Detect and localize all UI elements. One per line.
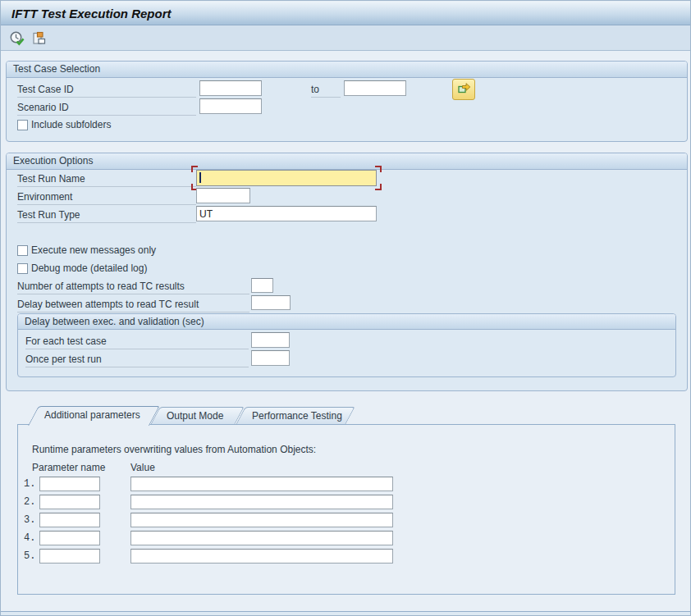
parameter-value-input-2[interactable] bbox=[130, 495, 393, 509]
test-run-name-field bbox=[196, 170, 377, 186]
row-index: 3. bbox=[24, 514, 35, 527]
tab-label: Performance Testing bbox=[236, 407, 346, 425]
application-toolbar bbox=[1, 25, 690, 51]
execute-icon bbox=[9, 30, 25, 49]
execute-button[interactable] bbox=[7, 31, 27, 48]
focus-corner bbox=[191, 166, 198, 172]
debug-mode-checkbox[interactable] bbox=[17, 263, 28, 274]
row-index: 4. bbox=[24, 532, 35, 545]
focus-corner bbox=[375, 166, 382, 172]
debug-mode-label: Debug mode (detailed log) bbox=[31, 262, 147, 275]
row-index: 5. bbox=[24, 550, 35, 563]
tab-performance-testing[interactable]: Performance Testing bbox=[236, 407, 346, 425]
test-run-type-label: Test Run Type bbox=[17, 208, 196, 223]
page-title: IFTT Test Execution Report bbox=[1, 2, 690, 21]
group-test-case-selection-title: Test Case Selection bbox=[7, 62, 687, 78]
runtime-parameters-intro: Runtime parameters overwriting values fr… bbox=[32, 444, 316, 456]
scenario-id-label: Scenario ID bbox=[17, 100, 196, 116]
test-run-type-input[interactable] bbox=[196, 206, 377, 221]
include-subfolders-label: Include subfolders bbox=[31, 119, 111, 131]
row-index: 1. bbox=[24, 478, 35, 491]
parameter-name-input-1[interactable] bbox=[39, 477, 100, 491]
for-each-test-case-label: For each test case bbox=[25, 334, 249, 349]
environment-label: Environment bbox=[17, 189, 196, 205]
get-variant-icon bbox=[30, 30, 47, 49]
tab-label: Output Mode bbox=[150, 407, 235, 425]
multiple-selection-button[interactable] bbox=[452, 79, 475, 100]
text-cursor bbox=[199, 172, 201, 183]
scenario-id-input[interactable] bbox=[199, 98, 262, 114]
once-per-test-run-input[interactable] bbox=[251, 350, 290, 366]
delay-attempts-input[interactable] bbox=[251, 295, 291, 310]
value-header: Value bbox=[130, 462, 155, 474]
execute-new-messages-label: Execute new messages only bbox=[31, 244, 156, 257]
parameter-value-input-4[interactable] bbox=[130, 531, 393, 545]
group-execution-options-title: Execution Options bbox=[7, 153, 687, 170]
for-each-test-case-input[interactable] bbox=[251, 332, 290, 348]
group-delay-validation-title: Delay between exec. and validation (sec) bbox=[18, 314, 675, 330]
delay-attempts-label: Delay between attempts to read TC result bbox=[17, 297, 249, 313]
focus-corner bbox=[375, 184, 382, 190]
test-run-name-input[interactable] bbox=[196, 170, 377, 186]
parameter-name-input-5[interactable] bbox=[39, 549, 100, 564]
environment-input[interactable] bbox=[196, 188, 250, 203]
parameter-name-input-3[interactable] bbox=[39, 513, 100, 527]
parameter-name-header: Parameter name bbox=[32, 462, 105, 474]
attempts-input[interactable] bbox=[251, 278, 273, 293]
row-index: 2. bbox=[24, 496, 35, 509]
to-label: to bbox=[311, 82, 341, 98]
window-bottom-edge bbox=[1, 611, 690, 615]
parameter-name-input-2[interactable] bbox=[39, 495, 100, 509]
test-case-id-to-input[interactable] bbox=[344, 80, 406, 96]
title-bar: IFTT Test Execution Report bbox=[1, 2, 690, 25]
tab-label: Additional parameters bbox=[28, 406, 149, 424]
parameter-value-input-3[interactable] bbox=[130, 513, 393, 527]
get-variant-button[interactable] bbox=[29, 31, 48, 48]
execute-new-messages-checkbox[interactable] bbox=[17, 245, 28, 256]
sap-window: IFTT Test Execution Report Test Case Sel… bbox=[0, 0, 691, 616]
test-run-name-label: Test Run Name bbox=[17, 171, 196, 187]
test-case-id-from-input[interactable] bbox=[199, 80, 262, 96]
test-case-id-label: Test Case ID bbox=[17, 82, 196, 98]
parameter-value-input-1[interactable] bbox=[130, 477, 393, 491]
multiple-selection-icon bbox=[457, 81, 471, 98]
once-per-test-run-label: Once per test run bbox=[25, 352, 249, 367]
attempts-label: Number of attempts to read TC results bbox=[17, 279, 249, 294]
tab-output-mode[interactable]: Output Mode bbox=[150, 407, 235, 425]
parameter-name-input-4[interactable] bbox=[39, 531, 100, 545]
include-subfolders-checkbox[interactable] bbox=[17, 120, 28, 130]
tab-additional-parameters[interactable]: Additional parameters bbox=[28, 406, 149, 426]
parameter-value-input-5[interactable] bbox=[130, 549, 393, 564]
